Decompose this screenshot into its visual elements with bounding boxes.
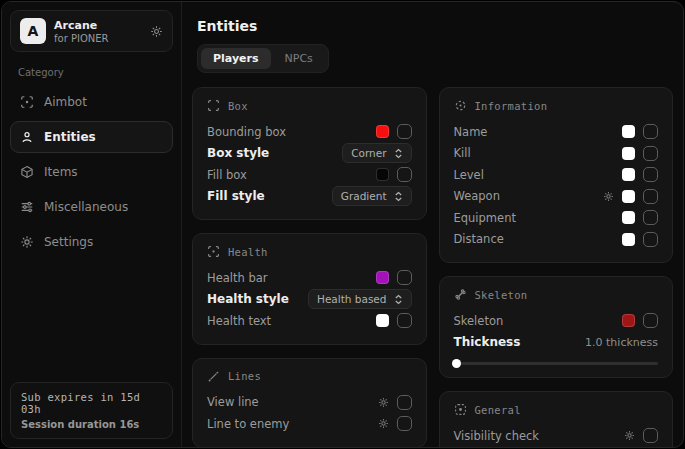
color-swatch[interactable] (622, 125, 635, 138)
sidebar-item-settings[interactable]: Settings (10, 226, 173, 258)
panel-information: Information Name Kill Level (439, 87, 674, 263)
package-icon (20, 165, 34, 179)
brand-logo: A (20, 18, 46, 44)
checkbox[interactable] (397, 167, 412, 182)
panel-information-header: Information (454, 99, 659, 112)
sidebar-item-items[interactable]: Items (10, 156, 173, 188)
setting-row-health-text: Health text (207, 310, 412, 332)
checkbox[interactable] (643, 232, 658, 247)
panel-skeleton: Skeleton Skeleton Thickness 1.0 thicknes… (439, 276, 674, 378)
setting-row-fill-box: Fill box (207, 164, 412, 186)
slider-thumb[interactable] (452, 359, 461, 368)
checkbox[interactable] (397, 395, 412, 410)
gear-icon[interactable] (378, 397, 389, 408)
sliders-icon (20, 200, 34, 214)
entity-type-tabs: Players NPCs (197, 44, 329, 73)
box-style-dropdown[interactable]: Corner (342, 143, 411, 163)
gear-icon[interactable] (624, 430, 635, 441)
setting-row-max-distance: Max distance 500m (454, 447, 659, 449)
setting-label: Name (454, 125, 615, 139)
setting-row-box-style: Box style Corner (207, 143, 412, 165)
brand-subtitle: for PIONER (54, 33, 109, 44)
setting-label: Thickness (454, 335, 578, 349)
color-swatch[interactable] (376, 125, 389, 138)
panel-title: General (475, 404, 521, 416)
color-swatch[interactable] (376, 271, 389, 284)
color-swatch[interactable] (622, 190, 635, 203)
checkbox[interactable] (643, 124, 658, 139)
setting-row-health-style: Health style Health based (207, 289, 412, 311)
sidebar-item-label: Settings (44, 235, 93, 249)
sidebar-item-aimbot[interactable]: Aimbot (10, 86, 173, 118)
checkbox[interactable] (643, 313, 658, 328)
checkbox[interactable] (643, 210, 658, 225)
setting-row-fill-style: Fill style Gradient (207, 186, 412, 208)
setting-label: Bounding box (207, 125, 368, 139)
setting-row-level: Level (454, 164, 659, 186)
setting-label: Line to enemy (207, 417, 370, 431)
left-column: Box Bounding box Box style Corner (192, 87, 427, 448)
panel-title: Skeleton (475, 289, 528, 301)
tab-npcs[interactable]: NPCs (273, 48, 325, 69)
gear-icon[interactable] (603, 191, 614, 202)
color-swatch[interactable] (622, 147, 635, 160)
panel-general-header: General (454, 403, 659, 416)
gear-icon[interactable] (150, 25, 163, 38)
setting-row-visibility-check: Visibility check (454, 425, 659, 447)
panel-lines-header: Lines (207, 370, 412, 383)
checkbox[interactable] (397, 313, 412, 328)
bone-icon (454, 288, 467, 301)
setting-label: Fill style (207, 189, 324, 203)
health-style-dropdown[interactable]: Health based (308, 289, 412, 309)
checkbox[interactable] (397, 124, 412, 139)
panel-general: General Visibility check Max (439, 391, 674, 448)
scan-circle-icon (454, 99, 467, 112)
checkbox[interactable] (643, 428, 658, 443)
health-icon (207, 245, 220, 258)
setting-label: Level (454, 168, 615, 182)
fill-style-dropdown[interactable]: Gradient (332, 186, 412, 206)
panel-health-header: Health (207, 245, 412, 258)
sidebar-item-label: Miscellaneous (44, 200, 128, 214)
panel-health: Health Health bar Health style Health ba… (192, 233, 427, 345)
setting-label: Box style (207, 146, 334, 160)
setting-row-skeleton: Skeleton (454, 310, 659, 332)
caret-up-down-icon (394, 294, 403, 305)
checkbox[interactable] (643, 167, 658, 182)
thickness-slider[interactable] (454, 362, 659, 365)
checkbox[interactable] (643, 146, 658, 161)
sidebar-item-entities[interactable]: Entities (10, 121, 173, 153)
setting-row-weapon: Weapon (454, 186, 659, 208)
sidebar-item-label: Entities (44, 130, 96, 144)
sidebar-item-miscellaneous[interactable]: Miscellaneous (10, 191, 173, 223)
color-swatch[interactable] (376, 314, 389, 327)
gear-icon[interactable] (378, 418, 389, 429)
setting-row-distance: Distance (454, 229, 659, 251)
color-swatch[interactable] (376, 168, 389, 181)
panel-lines: Lines View line Line to enemy (192, 358, 427, 448)
color-swatch[interactable] (622, 233, 635, 246)
color-swatch[interactable] (622, 211, 635, 224)
line-icon (207, 370, 220, 383)
brand-name: Arcane (54, 19, 109, 32)
person-icon (20, 130, 34, 144)
checkbox[interactable] (397, 270, 412, 285)
caret-up-down-icon (394, 191, 403, 202)
right-column: Information Name Kill Level (439, 87, 674, 448)
checkbox[interactable] (397, 416, 412, 431)
dropdown-value: Health based (317, 293, 387, 305)
setting-label: Weapon (454, 189, 596, 203)
crosshair-icon (20, 95, 34, 109)
tab-players[interactable]: Players (201, 48, 271, 69)
panel-skeleton-header: Skeleton (454, 288, 659, 301)
category-label: Category (18, 67, 165, 78)
setting-row-line-to-enemy: Line to enemy (207, 413, 412, 435)
dropdown-value: Corner (351, 147, 386, 159)
setting-label: View line (207, 395, 370, 409)
color-swatch[interactable] (622, 314, 635, 327)
setting-row-health-bar: Health bar (207, 267, 412, 289)
color-swatch[interactable] (622, 168, 635, 181)
setting-row-name: Name (454, 121, 659, 143)
brand-card: A Arcane for PIONER (10, 10, 173, 52)
checkbox[interactable] (643, 189, 658, 204)
